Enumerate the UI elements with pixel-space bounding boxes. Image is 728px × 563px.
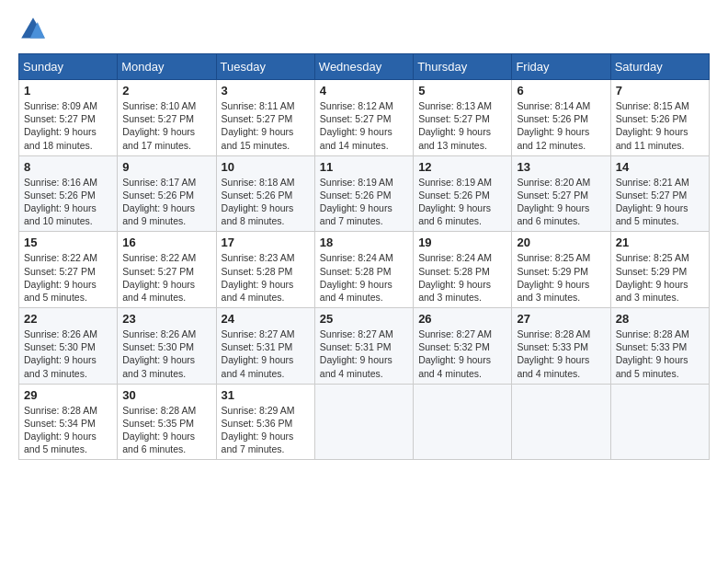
day-info: Sunrise: 8:28 AM Sunset: 5:35 PM Dayligh… <box>122 404 210 456</box>
day-number: 15 <box>24 236 112 249</box>
day-number: 21 <box>616 236 704 249</box>
day-info: Sunrise: 8:15 AM Sunset: 5:26 PM Dayligh… <box>616 99 704 152</box>
day-number: 22 <box>24 312 112 326</box>
calendar-cell: 10Sunrise: 8:18 AM Sunset: 5:26 PM Dayli… <box>216 155 314 232</box>
day-of-week-header: Sunday <box>19 54 118 80</box>
calendar-cell: 28Sunrise: 8:28 AM Sunset: 5:33 PM Dayli… <box>610 308 709 385</box>
day-number: 17 <box>222 236 310 249</box>
day-number: 13 <box>517 160 605 174</box>
day-info: Sunrise: 8:09 AM Sunset: 5:27 PM Dayligh… <box>24 99 112 152</box>
day-number: 4 <box>320 84 408 98</box>
day-number: 26 <box>418 312 506 326</box>
header <box>18 15 710 44</box>
day-info: Sunrise: 8:26 AM Sunset: 5:30 PM Dayligh… <box>122 327 210 380</box>
calendar-cell: 31Sunrise: 8:29 AM Sunset: 5:36 PM Dayli… <box>216 384 314 460</box>
calendar-cell: 5Sunrise: 8:13 AM Sunset: 5:27 PM Daylig… <box>414 80 512 156</box>
day-number: 18 <box>320 236 408 249</box>
calendar-cell <box>512 384 610 460</box>
calendar-cell: 23Sunrise: 8:26 AM Sunset: 5:30 PM Dayli… <box>118 308 216 385</box>
calendar-cell: 30Sunrise: 8:28 AM Sunset: 5:35 PM Dayli… <box>118 384 216 460</box>
calendar-week-row: 15Sunrise: 8:22 AM Sunset: 5:27 PM Dayli… <box>19 232 710 308</box>
calendar-week-row: 1Sunrise: 8:09 AM Sunset: 5:27 PM Daylig… <box>19 80 710 156</box>
day-number: 5 <box>418 84 506 98</box>
day-of-week-header: Saturday <box>610 54 709 80</box>
day-number: 7 <box>616 84 704 98</box>
calendar-cell: 7Sunrise: 8:15 AM Sunset: 5:26 PM Daylig… <box>610 80 709 156</box>
calendar-cell: 25Sunrise: 8:27 AM Sunset: 5:31 PM Dayli… <box>314 308 413 385</box>
calendar-week-row: 8Sunrise: 8:16 AM Sunset: 5:26 PM Daylig… <box>19 155 710 232</box>
page-container: SundayMondayTuesdayWednesdayThursdayFrid… <box>0 0 728 469</box>
day-number: 3 <box>222 84 310 98</box>
day-number: 2 <box>122 84 210 98</box>
day-info: Sunrise: 8:22 AM Sunset: 5:27 PM Dayligh… <box>24 251 112 304</box>
calendar-cell: 4Sunrise: 8:12 AM Sunset: 5:27 PM Daylig… <box>314 80 413 156</box>
day-of-week-header: Thursday <box>414 54 512 80</box>
day-info: Sunrise: 8:13 AM Sunset: 5:27 PM Dayligh… <box>418 99 506 152</box>
logo <box>18 15 51 44</box>
day-info: Sunrise: 8:21 AM Sunset: 5:27 PM Dayligh… <box>616 176 704 228</box>
day-of-week-header: Friday <box>512 54 610 80</box>
day-number: 1 <box>24 84 112 98</box>
day-number: 30 <box>122 388 210 402</box>
day-info: Sunrise: 8:29 AM Sunset: 5:36 PM Dayligh… <box>222 404 310 456</box>
day-info: Sunrise: 8:27 AM Sunset: 5:31 PM Dayligh… <box>320 327 408 380</box>
day-number: 9 <box>122 160 210 174</box>
calendar-cell: 9Sunrise: 8:17 AM Sunset: 5:26 PM Daylig… <box>118 155 216 232</box>
day-number: 19 <box>418 236 506 249</box>
day-number: 29 <box>24 388 112 402</box>
day-number: 12 <box>418 160 506 174</box>
day-info: Sunrise: 8:23 AM Sunset: 5:28 PM Dayligh… <box>222 251 310 304</box>
calendar-cell: 1Sunrise: 8:09 AM Sunset: 5:27 PM Daylig… <box>19 80 118 156</box>
day-number: 27 <box>517 312 605 326</box>
calendar-cell: 26Sunrise: 8:27 AM Sunset: 5:32 PM Dayli… <box>414 308 512 385</box>
day-info: Sunrise: 8:24 AM Sunset: 5:28 PM Dayligh… <box>320 251 408 304</box>
calendar-cell: 8Sunrise: 8:16 AM Sunset: 5:26 PM Daylig… <box>19 155 118 232</box>
calendar-cell: 20Sunrise: 8:25 AM Sunset: 5:29 PM Dayli… <box>512 232 610 308</box>
day-info: Sunrise: 8:10 AM Sunset: 5:27 PM Dayligh… <box>122 99 210 152</box>
day-info: Sunrise: 8:28 AM Sunset: 5:34 PM Dayligh… <box>24 404 112 456</box>
day-info: Sunrise: 8:17 AM Sunset: 5:26 PM Dayligh… <box>122 176 210 228</box>
day-number: 23 <box>122 312 210 326</box>
day-number: 28 <box>616 312 704 326</box>
day-info: Sunrise: 8:22 AM Sunset: 5:27 PM Dayligh… <box>122 251 210 304</box>
calendar-cell: 6Sunrise: 8:14 AM Sunset: 5:26 PM Daylig… <box>512 80 610 156</box>
day-of-week-header: Tuesday <box>216 54 314 80</box>
day-info: Sunrise: 8:12 AM Sunset: 5:27 PM Dayligh… <box>320 99 408 152</box>
day-number: 11 <box>320 160 408 174</box>
day-info: Sunrise: 8:19 AM Sunset: 5:26 PM Dayligh… <box>320 176 408 228</box>
day-info: Sunrise: 8:24 AM Sunset: 5:28 PM Dayligh… <box>418 251 506 304</box>
calendar-cell: 2Sunrise: 8:10 AM Sunset: 5:27 PM Daylig… <box>118 80 216 156</box>
calendar-cell: 14Sunrise: 8:21 AM Sunset: 5:27 PM Dayli… <box>610 155 709 232</box>
day-of-week-header: Monday <box>118 54 216 80</box>
calendar-cell: 24Sunrise: 8:27 AM Sunset: 5:31 PM Dayli… <box>216 308 314 385</box>
day-info: Sunrise: 8:27 AM Sunset: 5:31 PM Dayligh… <box>222 327 310 380</box>
day-number: 20 <box>517 236 605 249</box>
calendar-cell: 15Sunrise: 8:22 AM Sunset: 5:27 PM Dayli… <box>19 232 118 308</box>
calendar-week-row: 29Sunrise: 8:28 AM Sunset: 5:34 PM Dayli… <box>19 384 710 460</box>
day-info: Sunrise: 8:19 AM Sunset: 5:26 PM Dayligh… <box>418 176 506 228</box>
day-info: Sunrise: 8:18 AM Sunset: 5:26 PM Dayligh… <box>222 176 310 228</box>
day-info: Sunrise: 8:27 AM Sunset: 5:32 PM Dayligh… <box>418 327 506 380</box>
calendar-table: SundayMondayTuesdayWednesdayThursdayFrid… <box>18 53 710 460</box>
calendar-cell: 13Sunrise: 8:20 AM Sunset: 5:27 PM Dayli… <box>512 155 610 232</box>
day-info: Sunrise: 8:20 AM Sunset: 5:27 PM Dayligh… <box>517 176 605 228</box>
calendar-cell: 22Sunrise: 8:26 AM Sunset: 5:30 PM Dayli… <box>19 308 118 385</box>
day-info: Sunrise: 8:14 AM Sunset: 5:26 PM Dayligh… <box>517 99 605 152</box>
day-info: Sunrise: 8:16 AM Sunset: 5:26 PM Dayligh… <box>24 176 112 228</box>
day-number: 14 <box>616 160 704 174</box>
calendar-cell: 29Sunrise: 8:28 AM Sunset: 5:34 PM Dayli… <box>19 384 118 460</box>
calendar-cell: 3Sunrise: 8:11 AM Sunset: 5:27 PM Daylig… <box>216 80 314 156</box>
day-number: 25 <box>320 312 408 326</box>
day-number: 31 <box>222 388 310 402</box>
day-number: 24 <box>222 312 310 326</box>
day-info: Sunrise: 8:28 AM Sunset: 5:33 PM Dayligh… <box>517 327 605 380</box>
calendar-cell: 17Sunrise: 8:23 AM Sunset: 5:28 PM Dayli… <box>216 232 314 308</box>
day-of-week-header: Wednesday <box>314 54 413 80</box>
day-info: Sunrise: 8:11 AM Sunset: 5:27 PM Dayligh… <box>222 99 310 152</box>
day-number: 10 <box>222 160 310 174</box>
day-number: 6 <box>517 84 605 98</box>
calendar-cell: 18Sunrise: 8:24 AM Sunset: 5:28 PM Dayli… <box>314 232 413 308</box>
calendar-cell: 27Sunrise: 8:28 AM Sunset: 5:33 PM Dayli… <box>512 308 610 385</box>
calendar-cell: 16Sunrise: 8:22 AM Sunset: 5:27 PM Dayli… <box>118 232 216 308</box>
calendar-cell <box>314 384 413 460</box>
